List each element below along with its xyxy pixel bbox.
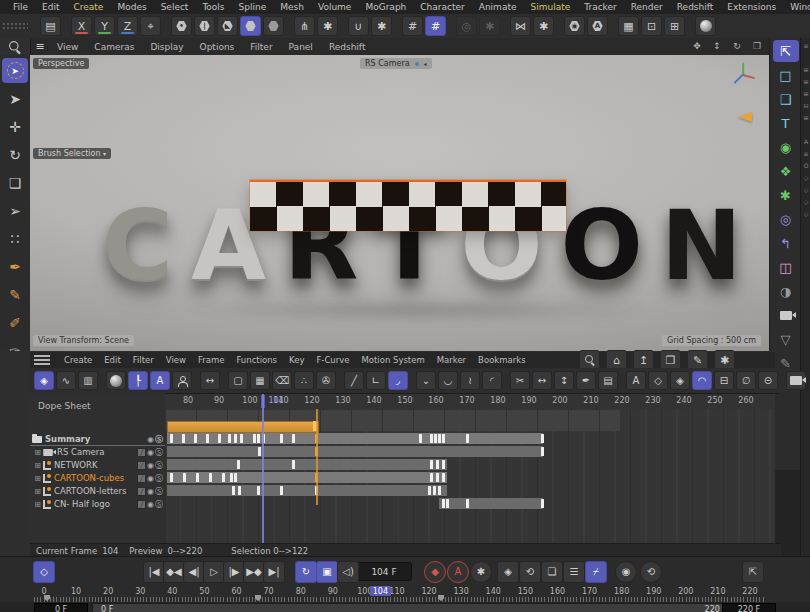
checkered-cubes[interactable] [250,180,566,231]
keyframe[interactable] [436,460,439,469]
menu-volume[interactable]: Volume [311,2,358,12]
tree-row-rs-camera[interactable]: ⊞RS Camera╱◉Ⓢ [30,446,165,458]
solo-icon[interactable]: Ⓢ [155,499,163,510]
current-frame-chip[interactable]: 104 [370,586,391,596]
keyframe[interactable] [438,486,441,495]
menu-modes[interactable]: Modes [110,2,153,12]
range-end-field[interactable]: 220 F [722,603,776,612]
solo-animation-button[interactable]: ◉ [615,561,637,583]
move-icon[interactable]: ✛ [2,114,28,139]
menu-tracker[interactable]: Tracker [577,2,623,12]
keyframe[interactable] [430,434,433,443]
points-mode-icon[interactable]: • [171,16,192,36]
dolly-icon[interactable]: ↕ [708,39,726,55]
live-selection-icon[interactable]: ➤ [2,58,28,83]
expand-icon[interactable]: ⊞ [33,461,42,470]
viewport-menu-view[interactable]: View [49,42,86,52]
keyframe[interactable] [253,434,256,443]
visibility-icon[interactable]: ◉ [147,460,154,470]
keyframe[interactable] [428,486,431,495]
keyframe[interactable] [442,499,445,508]
lock-value-icon[interactable]: ↕ [554,371,574,390]
solo-icon[interactable]: Ⓢ [155,473,163,484]
menu-character[interactable]: Character [413,2,471,12]
deformer-icon[interactable]: ↰ [773,232,799,254]
menu-simulate[interactable]: Simulate [523,2,577,12]
range-start-field[interactable]: 0 F [34,603,88,612]
goto-end-button[interactable]: ▶| [263,561,285,583]
keyframe[interactable] [234,434,237,443]
key-parameter-button[interactable]: ❏ [541,561,563,583]
paint-keys-icon[interactable]: ▤ [598,371,618,390]
polygons-mode-icon[interactable]: ◣ [217,16,238,36]
hamburger-icon[interactable]: ≡ [31,37,49,57]
visibility-icon[interactable]: ◉ [147,499,154,509]
key-pla-button[interactable]: ☰ [563,561,585,583]
ds-menu-create[interactable]: Create [58,355,98,365]
viewport-solo-icon[interactable]: ◉ [564,16,585,36]
spline-interp-icon[interactable]: ◞ [388,371,408,390]
clean-tracks-icon[interactable]: ✇ [316,371,336,390]
reduced-modification-icon[interactable]: A [626,371,646,390]
expand-icon[interactable]: ⊞ [33,500,42,509]
frame-all-icon[interactable]: ❐ [660,350,681,370]
environment-icon[interactable]: ◑ [773,280,799,302]
keyframe[interactable] [228,434,231,443]
menu-animate[interactable]: Animate [472,2,524,12]
keyframe[interactable] [257,486,260,495]
brush-selection-label[interactable]: Brush Selection ▾ [33,148,111,159]
coordinate-system-icon[interactable]: ⌖ [140,16,161,36]
visibility-icon[interactable]: ◉ [147,486,154,496]
menu-redshift[interactable]: Redshift [670,2,721,12]
solo-icon[interactable]: Ⓢ [155,460,163,471]
menu-extensions[interactable]: Extensions [720,2,783,12]
ease-ease-icon[interactable]: ⌄ [416,371,436,390]
menu-render[interactable]: Render [624,2,670,12]
lock-key-value-icon[interactable]: ◈ [670,371,690,390]
solo-icon[interactable]: Ⓢ [155,447,163,458]
keyframe[interactable] [170,434,173,443]
keyframe[interactable] [433,486,436,495]
ripple-edit-icon[interactable]: ⌫ [272,371,292,390]
hamburger-icon[interactable] [34,355,50,365]
ds-menu-functions[interactable]: Functions [230,355,283,365]
keyframe[interactable] [442,434,445,443]
ds-menu-frame[interactable]: Frame [192,355,230,365]
menu-create[interactable]: Create [67,2,111,12]
keyframe[interactable] [238,486,241,495]
visibility-icon[interactable]: ◉ [147,473,154,483]
keyframe[interactable] [430,460,433,469]
keyframe[interactable] [258,447,261,456]
keyframe[interactable] [541,499,544,508]
material-manager-icon[interactable] [695,16,716,36]
search-icon[interactable] [579,350,600,370]
keyframe[interactable] [466,434,469,443]
menu-file[interactable]: File [6,2,35,12]
record-keyframe-button[interactable]: ◆ [424,561,446,583]
keyframe[interactable] [222,473,225,482]
key-pen-icon[interactable]: ✒ [576,371,596,390]
axes-locator-icon[interactable]: ⇱ [773,40,799,62]
transform-icon[interactable]: ➢ [2,198,28,223]
zero-angle-icon[interactable]: ∅ [736,371,756,390]
volume-icon[interactable]: ◎ [773,208,799,230]
viewport[interactable]: Perspective RS Camera ◂ Brush Selection … [30,55,769,351]
keyframe[interactable] [206,434,209,443]
keyframe[interactable] [436,473,439,482]
viewport-menu-cameras[interactable]: Cameras [86,42,142,52]
timeline-ruler[interactable]: 0102030405060708090100110120130140150160… [0,586,810,602]
radial-symmetry-icon[interactable]: ◎ [456,16,477,36]
viewport-menu-redshift[interactable]: Redshift [321,42,374,52]
keyframe[interactable] [541,447,544,456]
render-settings-icon[interactable]: ⊞ [664,16,685,36]
keyframe[interactable] [218,434,221,443]
keyframe[interactable] [234,473,237,482]
ds-menu-marker[interactable]: Marker [431,355,472,365]
step-interp-icon[interactable]: ∟ [366,371,386,390]
camera-label[interactable]: RS Camera ◂ [360,58,432,69]
rotate-icon[interactable]: ↻ [2,142,28,167]
ease-in-icon[interactable]: ◡ [438,371,458,390]
ds-menu-key[interactable]: Key [283,355,310,365]
camera-icon[interactable] [773,304,799,326]
camera-track-icon[interactable] [786,371,806,390]
